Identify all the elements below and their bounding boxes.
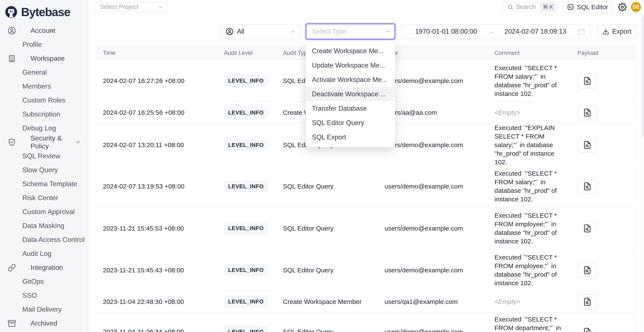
settings-gear-icon[interactable] [618, 3, 626, 11]
payload-view-button[interactable] [578, 324, 597, 332]
sidebar-item-gitops[interactable]: GitOps [0, 275, 88, 289]
type-menu-item-create-workspace-me[interactable]: Create Workspace Me... [306, 44, 395, 58]
chevron-down-icon [158, 4, 164, 10]
sidebar-item-label: Members [22, 82, 51, 90]
sidebar-item-sql-review[interactable]: SQL Review [0, 149, 88, 163]
type-filter-dropdown-menu: Create Workspace Me...Update Workspace M… [306, 41, 395, 147]
cell-time: 2023-11-04 22:48:30 +08:00 [96, 298, 217, 305]
type-menu-item-activate-workspace-me[interactable]: Activate Workspace Me... [306, 72, 395, 87]
actor-filter-select[interactable]: All [220, 24, 300, 39]
sidebar-item-subscription[interactable]: Subscription [0, 107, 88, 121]
cell-time: 2024-02-07 13:19:53 +08:00 [96, 183, 217, 190]
sidebar-group-workspace[interactable]: Workspace [0, 51, 88, 65]
bytebase-logo-icon [5, 5, 18, 18]
sidebar-item-custom-roles[interactable]: Custom Roles [0, 93, 88, 107]
type-menu-item-sql-export[interactable]: SQL Export [306, 130, 395, 144]
chevron-down-icon [56, 265, 62, 271]
sql-editor-button[interactable]: SQL Editor [562, 1, 613, 13]
payload-view-button[interactable] [578, 73, 597, 89]
sidebar-item-data-masking[interactable]: Data Masking [0, 219, 88, 233]
sidebar-item-mail-delivery[interactable]: Mail Delivery [0, 302, 88, 316]
date-end-value[interactable]: 2024-02-07 18:09:13 [496, 28, 574, 35]
type-menu-item-sql-editor-query[interactable]: SQL Editor Query [306, 116, 395, 130]
sidebar-item-debug-log[interactable]: Debug Log [0, 121, 88, 135]
sidebar: Bytebase AccountProfileWorkspaceGeneralM… [0, 0, 88, 332]
audit-level-badge: LEVEL_INFO [224, 75, 268, 87]
sidebar-item-data-access-control[interactable]: Data Access Control [0, 233, 88, 247]
cell-payload [570, 137, 636, 153]
search-icon [508, 4, 514, 10]
date-start-value[interactable]: 1970-01-01 08:00:00 [407, 28, 485, 35]
cell-comment: Executed `"EXPLAIN SELECT * FROM salary;… [488, 124, 570, 166]
sidebar-item-sso[interactable]: SSO [0, 289, 88, 302]
sidebar-item-schema-template[interactable]: Schema Template [0, 177, 88, 191]
sidebar-item-label: Data Masking [22, 222, 64, 230]
table-row: 2023-11-04 22:48:30 +08:00LEVEL_INFOCrea… [96, 291, 635, 313]
payload-view-button[interactable] [578, 105, 597, 120]
cell-audit-type: Create Workspace Member [276, 298, 378, 305]
project-select[interactable]: Select Project [96, 2, 168, 12]
cell-audit-level: LEVEL_INFO [217, 75, 276, 87]
audit-level-badge: LEVEL_INFO [224, 180, 268, 192]
chevron-down-icon [75, 139, 81, 145]
payload-view-button[interactable] [578, 294, 597, 310]
type-filter-select[interactable]: Select Type [306, 24, 395, 39]
column-header-payload: Payload [570, 50, 636, 56]
scrollbar-thumb[interactable] [642, 17, 644, 137]
column-header-time: Time [96, 50, 217, 56]
user-avatar[interactable]: DE [631, 2, 641, 12]
type-menu-item-deactivate-workspace[interactable]: Deactivate Workspace ... [306, 87, 395, 101]
date-range-picker[interactable]: 1970-01-01 08:00:00 → 2024-02-07 18:09:1… [402, 24, 591, 39]
file-search-icon [583, 298, 592, 306]
sidebar-item-label: Mail Delivery [22, 305, 62, 313]
cell-audit-level: LEVEL_INFO [217, 139, 276, 151]
chevron-down-icon [385, 29, 391, 34]
sidebar-group-security-policy[interactable]: Security & Policy [0, 135, 88, 149]
export-button[interactable]: Export [598, 24, 636, 39]
cell-audit-type: SQL Editor Query [276, 183, 378, 190]
sidebar-item-risk-center[interactable]: Risk Center [0, 191, 88, 205]
sidebar-group-archived[interactable]: Archived [0, 316, 88, 330]
sidebar-item-label: Subscription [22, 110, 60, 118]
file-search-icon [583, 182, 592, 191]
audit-level-badge: LEVEL_INFO [224, 296, 268, 308]
sidebar-group-label: Security & Policy [30, 134, 82, 150]
sidebar-item-audit-log[interactable]: Audit Log [0, 247, 88, 261]
cell-audit-level: LEVEL_INFO [217, 264, 276, 276]
payload-view-button[interactable] [578, 263, 597, 278]
archive-icon [8, 319, 16, 328]
building-icon [8, 54, 16, 63]
vertical-scrollbar[interactable] [641, 14, 644, 332]
cell-actor: users/qa1@example.com [378, 298, 488, 305]
user-circle-icon [226, 28, 234, 35]
sidebar-item-profile[interactable]: Profile [0, 37, 88, 51]
payload-view-button[interactable] [578, 137, 597, 153]
audit-level-badge: LEVEL_INFO [224, 264, 268, 276]
cell-payload [570, 105, 636, 120]
sidebar-item-custom-approval[interactable]: Custom Approval [0, 205, 88, 219]
sidebar-item-label: SQL Review [22, 152, 60, 160]
column-header-audit-level: Audit Level [217, 50, 276, 56]
cell-payload [570, 263, 636, 278]
payload-view-button[interactable] [578, 179, 597, 194]
sidebar-item-members[interactable]: Members [0, 79, 88, 93]
sidebar-group-account[interactable]: Account [0, 24, 88, 37]
payload-view-button[interactable] [578, 221, 597, 236]
sidebar-nav: AccountProfileWorkspaceGeneralMembersCus… [0, 20, 88, 330]
sidebar-group-integration[interactable]: Integration [0, 261, 88, 275]
cell-time: 2023-11-04 21:26:34 +08:00 [96, 328, 217, 332]
sidebar-item-general[interactable]: General [0, 65, 88, 79]
actor-filter-value: All [237, 28, 286, 35]
bytebase-app: Bytebase AccountProfileWorkspaceGeneralM… [0, 0, 644, 332]
brand-logo[interactable]: Bytebase [0, 0, 88, 20]
sidebar-group-label: Archived [30, 319, 57, 327]
type-menu-item-transfer-database[interactable]: Transfer Database [306, 101, 395, 116]
sidebar-item-label: SSO [22, 292, 37, 299]
audit-level-badge: LEVEL_INFO [224, 326, 268, 332]
sidebar-item-slow-query[interactable]: Slow Query [0, 163, 88, 177]
cell-payload [570, 294, 636, 310]
sidebar-item-label: Custom Roles [22, 96, 66, 104]
download-icon [602, 28, 609, 35]
type-menu-item-update-workspace-me[interactable]: Update Workspace Me... [306, 58, 395, 72]
search-input[interactable]: Search ⌘ K [504, 2, 558, 12]
